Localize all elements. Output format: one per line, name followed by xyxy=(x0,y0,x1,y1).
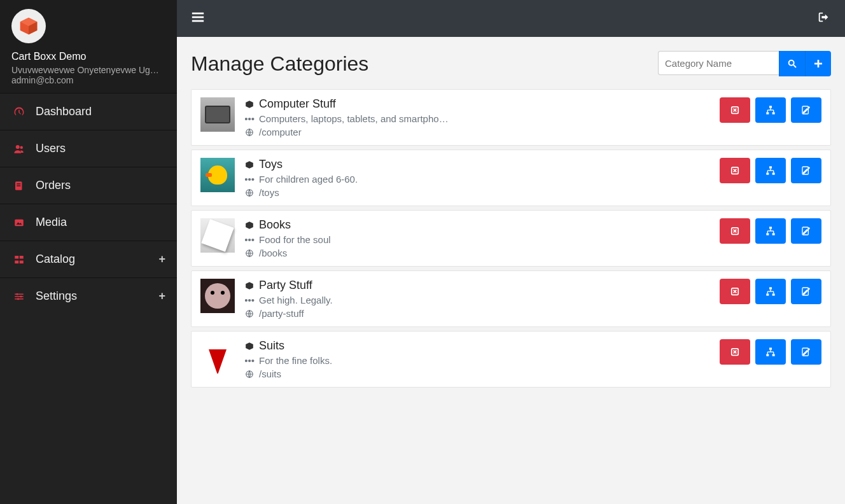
category-actions xyxy=(720,97,821,137)
menu-toggle-button[interactable] xyxy=(191,10,205,27)
category-slug: /toys xyxy=(259,187,279,198)
search-button[interactable] xyxy=(779,51,805,76)
svg-rect-34 xyxy=(772,112,775,114)
svg-rect-6 xyxy=(17,183,20,185)
users-icon xyxy=(11,143,27,155)
ellipsis-icon: ••• xyxy=(245,174,254,185)
category-name: Suits xyxy=(259,339,284,353)
category-slug: /suits xyxy=(259,368,281,379)
sidebar-item-orders[interactable]: Orders xyxy=(0,167,177,204)
edit-icon xyxy=(801,347,811,357)
svg-rect-10 xyxy=(15,256,18,259)
category-list: Computer Stuff ••• Computers, laptops, t… xyxy=(191,89,831,388)
delete-button[interactable] xyxy=(720,279,750,304)
svg-rect-15 xyxy=(15,296,24,297)
svg-rect-58 xyxy=(769,227,772,228)
category-search-input[interactable] xyxy=(658,51,779,75)
sidebar-item-users[interactable]: Users xyxy=(0,130,177,167)
box-logo-icon xyxy=(18,16,39,36)
delete-button[interactable] xyxy=(720,339,750,365)
category-name: Party Stuff xyxy=(259,279,312,292)
user-name: Uvuvwevwevwe Onyetenyevwe Ug… xyxy=(11,65,165,75)
sidebar-item-media[interactable]: Media xyxy=(0,204,177,241)
category-row: Party Stuff ••• Get high. Legally. /part… xyxy=(191,270,831,327)
settings-icon xyxy=(11,291,27,302)
logo xyxy=(11,9,46,43)
sidebar-item-dashboard[interactable]: Dashboard xyxy=(0,93,177,130)
logout-button[interactable] xyxy=(817,10,831,27)
svg-marker-53 xyxy=(246,221,253,229)
sidebar-item-label: Users xyxy=(36,142,165,155)
sign-out-icon xyxy=(817,10,831,24)
category-name: Books xyxy=(259,218,291,232)
category-actions xyxy=(720,218,821,258)
delete-button[interactable] xyxy=(720,97,750,123)
cube-icon xyxy=(245,281,254,290)
cube-icon xyxy=(245,100,254,109)
sitemap-icon xyxy=(765,105,776,115)
svg-rect-22 xyxy=(192,20,204,22)
category-thumbnail xyxy=(200,97,235,132)
edit-button[interactable] xyxy=(791,158,821,183)
globe-icon xyxy=(245,370,254,379)
edit-button[interactable] xyxy=(791,97,821,123)
svg-marker-40 xyxy=(246,161,253,169)
user-email: admin@cb.com xyxy=(11,75,165,85)
category-row: Toys ••• For children aged 6-60. /toys xyxy=(191,150,831,206)
edit-button[interactable] xyxy=(791,218,821,244)
svg-rect-12 xyxy=(15,260,18,263)
svg-rect-32 xyxy=(769,106,772,108)
svg-point-17 xyxy=(17,293,18,295)
category-info: Toys ••• For children aged 6-60. /toys xyxy=(245,158,709,198)
edit-button[interactable] xyxy=(791,339,821,365)
cube-icon xyxy=(245,342,254,351)
hierarchy-button[interactable] xyxy=(755,339,786,365)
sidebar-item-catalog[interactable]: Catalog + xyxy=(0,241,177,277)
svg-rect-8 xyxy=(15,219,24,226)
delete-button[interactable] xyxy=(720,218,750,244)
category-desc: Computers, laptops, tablets, and smartph… xyxy=(259,113,449,124)
search-icon xyxy=(787,59,797,69)
sidebar-item-label: Settings xyxy=(36,290,158,303)
svg-rect-86 xyxy=(772,354,775,356)
expand-icon: + xyxy=(158,290,165,303)
ellipsis-icon: ••• xyxy=(245,295,254,305)
svg-rect-46 xyxy=(766,172,769,174)
hierarchy-button[interactable] xyxy=(755,218,786,244)
sidebar-item-settings[interactable]: Settings + xyxy=(0,277,177,314)
close-icon xyxy=(730,347,739,356)
svg-rect-11 xyxy=(20,256,24,259)
ellipsis-icon: ••• xyxy=(245,355,254,366)
svg-point-18 xyxy=(20,295,22,297)
search-group xyxy=(658,51,831,76)
hierarchy-button[interactable] xyxy=(755,97,786,123)
hierarchy-button[interactable] xyxy=(755,158,786,183)
add-category-button[interactable] xyxy=(805,51,831,76)
close-icon xyxy=(730,287,739,296)
delete-button[interactable] xyxy=(720,158,750,183)
svg-rect-26 xyxy=(814,63,822,65)
edit-icon xyxy=(801,226,811,236)
svg-point-4 xyxy=(20,146,24,149)
ellipsis-icon: ••• xyxy=(245,113,254,124)
page-head: Manage Categories xyxy=(191,51,831,76)
svg-marker-79 xyxy=(246,342,253,350)
hierarchy-button[interactable] xyxy=(755,279,786,304)
category-actions xyxy=(720,339,821,379)
media-icon xyxy=(11,217,27,228)
svg-rect-47 xyxy=(772,172,775,174)
brand-block: Cart Boxx Demo Uvuvwevwevwe Onyetenyevwe… xyxy=(0,0,177,93)
svg-point-19 xyxy=(17,298,19,300)
sitemap-icon xyxy=(765,286,776,297)
svg-rect-84 xyxy=(769,347,772,349)
category-row: Suits ••• For the fine folks. /suits xyxy=(191,331,831,388)
main: Manage Categories xyxy=(177,0,845,504)
globe-icon xyxy=(245,188,254,197)
category-slug: /books xyxy=(259,248,287,258)
edit-button[interactable] xyxy=(791,279,821,304)
category-thumbnail xyxy=(200,158,235,192)
close-icon xyxy=(730,106,739,115)
svg-rect-59 xyxy=(766,233,769,235)
content: Manage Categories xyxy=(177,37,845,504)
category-thumbnail xyxy=(200,339,235,374)
